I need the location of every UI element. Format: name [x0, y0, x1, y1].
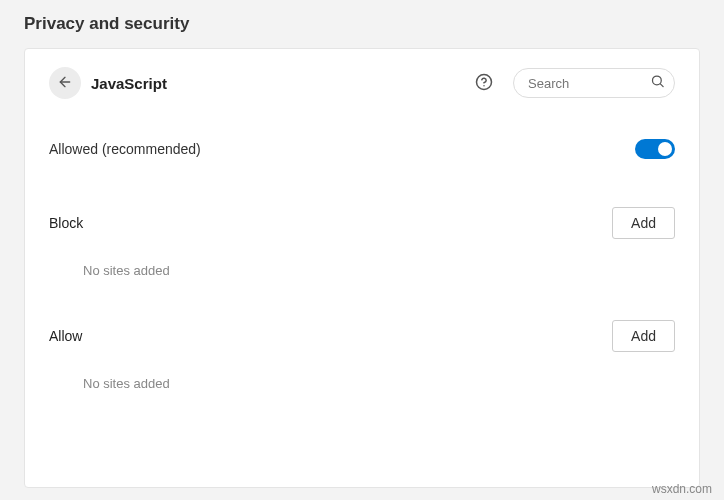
arrow-left-icon — [57, 74, 73, 93]
allowed-toggle[interactable] — [635, 139, 675, 159]
allow-section-header: Allow Add — [49, 320, 675, 352]
search-wrapper — [513, 68, 675, 98]
toggle-knob — [658, 142, 672, 156]
search-input[interactable] — [513, 68, 675, 98]
help-icon — [475, 73, 493, 94]
settings-card: JavaScript Allowed (recommended) — [24, 48, 700, 488]
add-allow-button[interactable]: Add — [612, 320, 675, 352]
block-empty-text: No sites added — [83, 263, 675, 278]
block-section-header: Block Add — [49, 207, 675, 239]
back-button[interactable] — [49, 67, 81, 99]
card-header: JavaScript — [49, 67, 675, 99]
allow-empty-text: No sites added — [83, 376, 675, 391]
add-block-button[interactable]: Add — [612, 207, 675, 239]
allowed-label: Allowed (recommended) — [49, 141, 201, 157]
help-button[interactable] — [471, 70, 497, 96]
panel-title: JavaScript — [91, 75, 167, 92]
allow-label: Allow — [49, 328, 82, 344]
allowed-row: Allowed (recommended) — [49, 139, 675, 159]
page-title: Privacy and security — [0, 0, 724, 44]
block-label: Block — [49, 215, 83, 231]
watermark: wsxdn.com — [652, 482, 712, 496]
